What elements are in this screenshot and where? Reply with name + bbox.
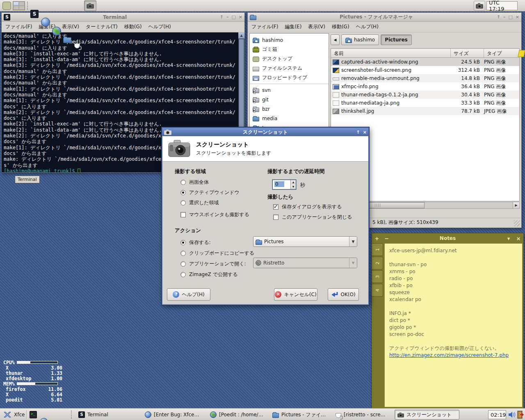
cancel-button[interactable]: ✕キャンセル(C)	[274, 288, 317, 301]
radio-save[interactable]: 保存する:	[180, 239, 211, 246]
terminal-launcher[interactable]: S	[30, 10, 39, 18]
radio-zimagez[interactable]: ZimageZ で公開する	[180, 271, 237, 278]
task-button-pictures[interactable]: Pictures - ファイ…	[270, 410, 331, 420]
task-button-screenshot[interactable]: スクリーンショット	[395, 410, 459, 420]
menu-file[interactable]: ファイル(F)	[5, 23, 32, 30]
sidebar-item-desktop[interactable]: デスクトップ	[250, 54, 329, 64]
checkbox-capture-pointer[interactable]: マウスポインタも撮影する	[180, 211, 249, 218]
scroll-right-icon[interactable]: ▶	[513, 202, 519, 208]
minimize-icon[interactable]: –	[503, 13, 506, 21]
ok-button[interactable]: OK(O)	[328, 288, 359, 301]
note-link[interactable]: http://en.zimagez.com/zimage/screenshot-…	[389, 352, 518, 359]
logout-icon[interactable]	[517, 411, 524, 420]
browser-launcher[interactable]	[40, 418, 48, 420]
maximize-icon[interactable]: □	[231, 13, 235, 21]
web-globe-launcher[interactable]	[52, 27, 61, 36]
ristretto-launcher[interactable]	[74, 43, 80, 48]
radio-active-window[interactable]: アクティブウィンドウ	[180, 189, 240, 196]
file-row[interactable]: thinkshell.jpg78.7 kBJPEG 画像	[331, 107, 519, 115]
spin-down-icon[interactable]: ▼	[291, 185, 296, 189]
help-button[interactable]: ?ヘルプ(H)	[167, 288, 210, 301]
column-header-type[interactable]: タイプ	[484, 49, 519, 58]
column-header-size[interactable]: サイズ	[451, 49, 484, 58]
path-button-hashimo[interactable]: hashimo	[341, 34, 379, 45]
checkbox-close-app[interactable]: このアプリケーションを閉じる	[273, 214, 352, 221]
file-manager-titlebar[interactable]: Pictures - ファイルマネージャ ↑ – □ ×	[248, 13, 521, 22]
sidebar-item-floppy[interactable]: フロッピードライブ	[250, 73, 329, 82]
screenshooter-launcher[interactable]	[84, 0, 96, 11]
delay-spinbox[interactable]: 0 ▲▼	[272, 180, 296, 189]
radio-icon[interactable]	[180, 251, 186, 256]
panel-handle[interactable]	[27, 2, 29, 10]
sidebar-item-home[interactable]: hashimo	[250, 35, 329, 45]
sidebar-item-trash[interactable]: ゴミ箱	[250, 45, 329, 54]
notes-tab-1[interactable]: 1	[372, 243, 383, 256]
resize-grip[interactable]	[514, 220, 520, 226]
radio-icon[interactable]	[180, 261, 186, 267]
sidebar-item-filesystem[interactable]: ファイルシステム	[250, 64, 329, 73]
radio-icon[interactable]	[180, 180, 186, 185]
notes-titlebar[interactable]: + − Notes ▾ ×	[372, 233, 523, 243]
show-desktop-button[interactable]	[2, 2, 11, 10]
menu-go[interactable]: 移動(G)	[332, 23, 349, 30]
notes-tab-3[interactable]: 3	[372, 270, 383, 283]
radio-fullscreen[interactable]: 画面全体	[180, 179, 209, 186]
sidebar-item-git[interactable]: git	[250, 95, 329, 104]
file-manager-launcher[interactable]	[63, 37, 71, 43]
back-button[interactable]: ◀	[331, 34, 340, 45]
sidebar-item-media[interactable]: media	[250, 114, 329, 123]
file-row[interactable]: captured-as-active-window.png24.5 kBPNG …	[331, 58, 519, 66]
shade-icon[interactable]: ↑	[497, 13, 500, 21]
menu-file[interactable]: ファイル(F)	[251, 23, 278, 30]
radio-clipboard[interactable]: クリップボードにコピーする	[180, 250, 254, 257]
checkbox-icon[interactable]	[273, 215, 278, 220]
terminal-launcher[interactable]	[30, 411, 37, 418]
menu-help[interactable]: ヘルプ(H)	[148, 23, 171, 30]
notes-tab-2[interactable]: 2	[372, 257, 383, 269]
note-text-area[interactable]: xfce-users-jp@ml.fdiary.net thunar-svn -…	[384, 243, 523, 407]
scroll-up-icon[interactable]: ▲	[238, 32, 244, 39]
radio-selected-icon[interactable]	[180, 190, 186, 195]
task-button-terminal[interactable]: STerminal	[76, 410, 141, 420]
menu-view[interactable]: 表示(V)	[62, 23, 79, 30]
menu-help[interactable]: ヘルプ(H)	[356, 23, 379, 30]
radio-open-with[interactable]: アプリケーションで開く:	[180, 260, 246, 267]
file-row[interactable]: thunar-mediatag-ja.png33.3 kBPNG 画像	[331, 99, 519, 107]
file-row[interactable]: xfmpc-info.png36.4 kBPNG 画像	[331, 82, 519, 91]
chevron-down-icon[interactable]: ▼	[349, 237, 357, 247]
shade-icon[interactable]: ↑	[220, 13, 224, 21]
maximize-icon[interactable]: □	[508, 13, 512, 21]
radio-icon[interactable]	[180, 200, 186, 205]
xfce-menu-button[interactable]: Xfce	[1, 410, 27, 420]
spin-up-icon[interactable]: ▲	[291, 180, 296, 185]
menu-go[interactable]: 移動(G)	[124, 23, 142, 30]
workspace-pager[interactable]	[13, 1, 25, 10]
notes-tab-4[interactable]: 4	[372, 284, 383, 297]
volume-icon[interactable]	[508, 411, 516, 420]
panel-handle[interactable]	[71, 411, 73, 419]
column-header-name[interactable]: 名前	[331, 49, 451, 58]
save-folder-combobox[interactable]: Pictures ▼	[253, 236, 357, 247]
close-icon[interactable]: ×	[363, 130, 367, 135]
radio-selected-icon[interactable]	[180, 240, 186, 245]
task-button-ristretto[interactable]: [ristretto - scre…	[333, 410, 393, 420]
checkbox-save-dialog[interactable]: 保存ダイアログを表示する	[273, 203, 342, 210]
shade-icon[interactable]: ↑	[356, 130, 360, 135]
sidebar-item-svn[interactable]: svn	[250, 85, 329, 95]
file-row[interactable]: screenshoter-full-screen.png312.4 kBPNG …	[331, 66, 519, 74]
sidebar-item-bzr[interactable]: bzr	[250, 104, 329, 114]
radio-icon[interactable]	[180, 272, 186, 277]
menu-terminal[interactable]: ターミナル(T)	[86, 23, 118, 30]
menu-edit[interactable]: 編集(E)	[285, 23, 301, 30]
menu-view[interactable]: 表示(V)	[308, 23, 325, 30]
radio-selected-region[interactable]: 選択した領域	[180, 199, 219, 206]
browser-launcher[interactable]	[41, 18, 50, 27]
file-row[interactable]: removable-media-unmount.png14.8 kBPNG 画像	[331, 74, 519, 82]
file-row[interactable]: thunar-media-tags-0.1.2-ja.png30.4 kBPNG…	[331, 91, 519, 99]
task-button-bug[interactable]: [Enter Bug: Xfce…	[142, 410, 206, 420]
close-icon[interactable]: ×	[239, 13, 242, 21]
path-button-pictures[interactable]: Pictures	[381, 34, 412, 45]
minimize-icon[interactable]: –	[226, 13, 229, 21]
checkbox-checked-icon[interactable]	[273, 204, 278, 210]
checkbox-icon[interactable]	[180, 212, 186, 217]
